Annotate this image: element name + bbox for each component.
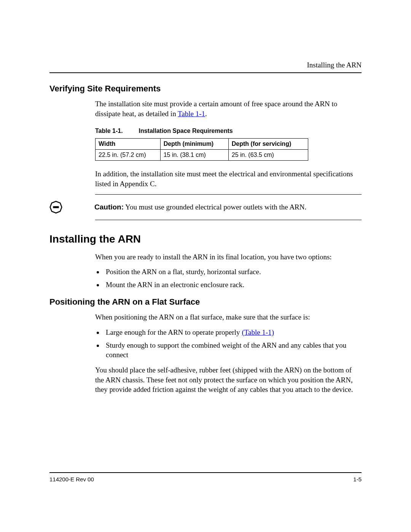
header-rule [49,72,362,73]
para-site-free-space: The installation site must provide a cer… [95,99,362,118]
footer-row: 114200-E Rev 00 1-5 [49,476,362,482]
table-header-width: Width [96,139,161,150]
para-electrical-environmental: In addition, the installation site must … [95,169,362,189]
para-surface-intro: When positioning the ARN on a flat surfa… [95,312,362,322]
table-header-depth-service: Depth (for servicing) [228,139,308,150]
page: Installing the ARN Verifying Site Requir… [0,0,411,532]
caution-label: Caution: [94,203,124,211]
footer-doc-id: 114200-E Rev 00 [49,476,94,482]
caution-icon [49,201,62,214]
table-caption: Table 1-1. Installation Space Requiremen… [95,128,362,134]
page-footer: 114200-E Rev 00 1-5 [49,472,362,482]
link-table-1-1[interactable]: Table 1-1 [178,110,205,118]
table-header-row: Width Depth (minimum) Depth (for servici… [96,139,308,150]
caution-text: Caution: You must use grounded electrica… [94,202,306,212]
list-item: Position the ARN on a flat, sturdy, hori… [104,267,362,277]
list-surface-requirements: Large enough for the ARN to operate prop… [95,328,362,360]
svg-rect-1 [53,206,59,208]
table-cell-width: 22.5 in. (57.2 cm) [96,150,161,161]
link-table-1-1-ref[interactable]: (Table 1-1) [242,328,274,336]
caution-block: Caution: You must use grounded electrica… [49,195,362,220]
heading-positioning-flat-surface: Positioning the ARN on a Flat Surface [49,297,362,307]
para-rubber-feet: You should place the self-adhesive, rubb… [95,365,362,395]
list-item: Sturdy enough to support the combined we… [104,340,362,360]
list-item: Large enough for the ARN to operate prop… [104,328,362,337]
footer-rule [49,472,362,473]
text-fragment: The installation site must provide a cer… [95,100,337,118]
caution-rule-wrap [95,220,362,220]
table-cell-depth-min: 15 in. (38.1 cm) [160,150,228,161]
caution-body: You must use grounded electrical power o… [124,203,306,211]
body-block-2: When you are ready to install the ARN in… [95,252,362,290]
text-fragment: Large enough for the ARN to operate prop… [106,328,242,336]
list-item: Mount the ARN in an electronic enclosure… [104,280,362,290]
text-fragment: . [205,110,207,118]
table-caption-title: Installation Space Requirements [139,128,233,134]
table-caption-label: Table 1-1. [95,128,137,134]
body-block-3: When positioning the ARN on a flat surfa… [95,312,362,394]
footer-page-number: 1-5 [353,476,362,482]
para-install-options: When you are ready to install the ARN in… [95,252,362,262]
table-cell-depth-service: 25 in. (63.5 cm) [228,150,308,161]
heading-installing-the-arn: Installing the ARN [49,233,362,245]
body-block-1: The installation site must provide a cer… [95,99,362,195]
table-row: 22.5 in. (57.2 cm) 15 in. (38.1 cm) 25 i… [96,150,308,161]
table-header-depth-min: Depth (minimum) [160,139,228,150]
heading-verifying-site-requirements: Verifying Site Requirements [49,84,362,94]
caution-rule-bottom [95,220,362,220]
table-installation-space: Width Depth (minimum) Depth (for servici… [95,138,308,161]
running-header: Installing the ARN [49,61,362,69]
list-install-options: Position the ARN on a flat, sturdy, hori… [95,267,362,289]
